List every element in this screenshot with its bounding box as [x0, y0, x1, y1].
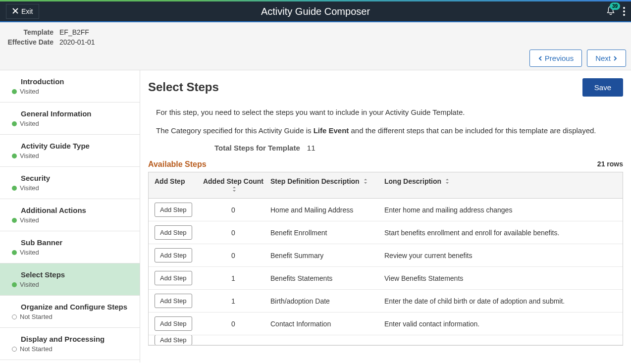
status-dot-icon — [12, 186, 17, 191]
sidebar-item-additional-actions[interactable]: Additional ActionsVisited — [0, 199, 140, 231]
grid-header: Add Step Added Step Count Step Definitio… — [149, 172, 623, 199]
col-step-definition[interactable]: Step Definition Description — [270, 177, 384, 193]
template-label: Template — [4, 28, 53, 36]
cell-definition: Benefit Summary — [270, 252, 384, 260]
add-step-button[interactable]: Add Step — [155, 225, 192, 240]
cell-count: 0 — [196, 206, 270, 214]
status-text: Visited — [20, 184, 39, 192]
status-text: Visited — [20, 152, 39, 159]
sidebar-item-status: Visited — [12, 281, 135, 288]
cell-long-description: View Benefits Statements — [384, 274, 620, 282]
save-button[interactable]: Save — [582, 78, 623, 97]
status-dot-icon — [12, 347, 17, 352]
sidebar-item-select-steps[interactable]: Select StepsVisited — [0, 263, 140, 296]
col-added-count[interactable]: Added Step Count — [196, 177, 270, 193]
sidebar-item-display-and-processing[interactable]: Display and ProcessingNot Started — [0, 328, 140, 360]
table-row: Add Step1Birth/adoption DateEnter the da… — [149, 290, 623, 312]
table-row: Add Step — [149, 335, 623, 345]
add-step-button[interactable]: Add Step — [155, 248, 192, 262]
sort-icon — [445, 177, 449, 185]
status-text: Not Started — [20, 313, 53, 320]
add-step-button[interactable]: Add Step — [155, 203, 192, 217]
notifications-button[interactable]: 39 — [605, 5, 616, 18]
status-text: Not Started — [20, 345, 53, 353]
sort-icon — [364, 177, 368, 185]
main-content: Select Steps Save For this step, you nee… — [140, 70, 631, 363]
sidebar-item-status: Not Started — [12, 345, 135, 353]
sidebar-item-status: Visited — [12, 152, 135, 159]
context-bar: Template EF_B2FF Effective Date 2020-01-… — [0, 22, 631, 70]
cell-count: 0 — [196, 252, 270, 260]
status-dot-icon — [12, 282, 17, 287]
chevron-right-icon — [613, 54, 618, 62]
sidebar-item-status: Visited — [12, 216, 135, 224]
sort-icon — [232, 185, 236, 193]
cell-long-description: Review your current benefits — [384, 252, 620, 260]
table-row: Add Step0Home and Mailing AddressEnter h… — [149, 199, 623, 221]
add-step-button[interactable]: Add Step — [155, 335, 192, 345]
next-button[interactable]: Next — [587, 50, 626, 67]
sidebar-item-title: Sub Banner — [21, 238, 135, 247]
notification-count-badge: 39 — [610, 2, 620, 10]
table-row: Add Step1Benefits StatementsView Benefit… — [149, 267, 623, 290]
previous-label: Previous — [545, 54, 574, 62]
cell-long-description: Start benefits enrollment and enroll for… — [384, 229, 620, 237]
sidebar-item-activity-guide-type[interactable]: Activity Guide TypeVisited — [0, 135, 140, 167]
effective-date-value: 2020-01-01 — [59, 38, 95, 46]
cell-long-description: Enter home and mailing address changes — [384, 206, 620, 214]
previous-button[interactable]: Previous — [529, 50, 582, 67]
col-add-step: Add Step — [152, 177, 196, 193]
row-count: 21 rows — [597, 160, 623, 168]
close-icon — [12, 7, 18, 15]
bell-icon — [605, 10, 616, 18]
status-dot-icon — [12, 89, 17, 94]
sidebar-item-status: Visited — [12, 120, 135, 127]
table-row: Add Step0Contact InformationEnter valid … — [149, 312, 623, 335]
cell-definition: Contact Information — [270, 320, 384, 328]
status-text: Visited — [20, 249, 39, 256]
table-row: Add Step0Benefit SummaryReview your curr… — [149, 244, 623, 267]
sidebar-item-title: General Information — [21, 109, 135, 118]
sidebar-item-title: Additional Actions — [21, 206, 135, 214]
cell-count: 0 — [196, 320, 270, 328]
step-sidebar[interactable]: IntroductionVisitedGeneral InformationVi… — [0, 70, 140, 363]
main-heading: Select Steps — [148, 80, 623, 94]
available-steps-grid: Add Step Added Step Count Step Definitio… — [148, 172, 623, 346]
effective-date-label: Effective Date — [4, 38, 53, 46]
add-step-button[interactable]: Add Step — [155, 294, 192, 308]
sidebar-item-sub-banner[interactable]: Sub BannerVisited — [0, 231, 140, 263]
cell-definition: Benefit Enrollment — [270, 229, 384, 237]
actions-menu-button[interactable] — [621, 5, 627, 18]
exit-button[interactable]: Exit — [6, 4, 39, 19]
cell-definition: Home and Mailing Address — [270, 206, 384, 214]
sidebar-item-security[interactable]: SecurityVisited — [0, 167, 140, 199]
exit-label: Exit — [21, 7, 33, 15]
add-step-button[interactable]: Add Step — [155, 271, 192, 285]
sidebar-item-status: Visited — [12, 184, 135, 192]
sidebar-item-title: Activity Guide Type — [21, 142, 135, 150]
template-value: EF_B2FF — [59, 28, 89, 36]
sidebar-item-title: Organize and Configure Steps — [21, 303, 135, 311]
status-dot-icon — [12, 314, 17, 319]
sidebar-item-title: Security — [21, 174, 135, 182]
sidebar-item-title: Display and Processing — [21, 335, 135, 343]
sidebar-item-introduction[interactable]: IntroductionVisited — [0, 70, 140, 103]
app-header: Exit Activity Guide Composer 39 — [0, 1, 631, 21]
page-title: Activity Guide Composer — [261, 6, 370, 17]
sidebar-item-status: Visited — [12, 88, 135, 95]
sidebar-item-general-information[interactable]: General InformationVisited — [0, 103, 140, 135]
status-text: Visited — [20, 281, 39, 288]
cell-count: 1 — [196, 274, 270, 282]
cell-count: 0 — [196, 229, 270, 237]
status-dot-icon — [12, 250, 17, 255]
status-dot-icon — [12, 218, 17, 223]
status-dot-icon — [12, 121, 17, 126]
chevron-left-icon — [538, 54, 543, 62]
cell-long-description: Enter valid contact information. — [384, 320, 620, 328]
add-step-button[interactable]: Add Step — [155, 316, 192, 331]
total-steps-label: Total Steps for Template — [214, 144, 300, 152]
status-text: Visited — [20, 216, 39, 224]
col-long-description[interactable]: Long Description — [384, 177, 620, 193]
sidebar-item-organize-and-configure-steps[interactable]: Organize and Configure StepsNot Started — [0, 296, 140, 328]
total-steps-value: 11 — [307, 144, 316, 152]
